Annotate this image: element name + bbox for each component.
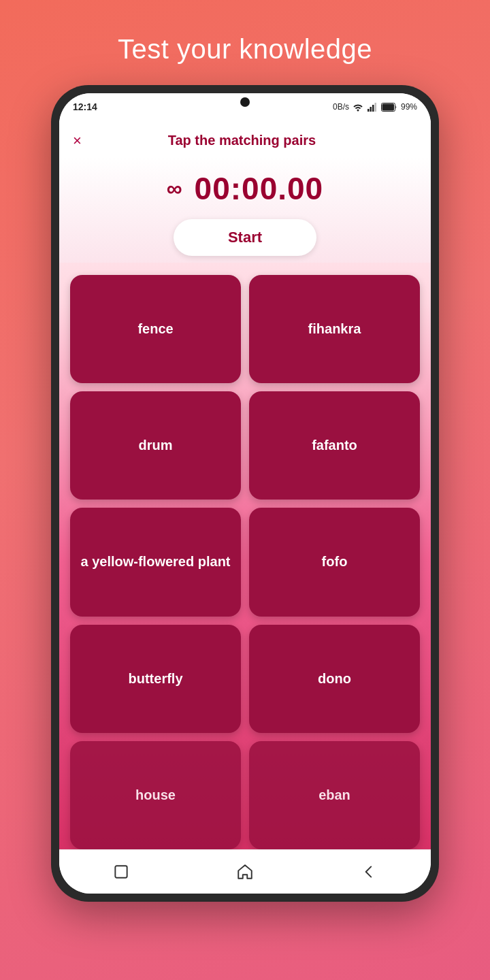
close-button[interactable]: × [73, 133, 82, 148]
signal-icon [367, 102, 378, 112]
phone-screen: 12:14 0B/s 99% [59, 93, 431, 894]
svg-rect-2 [372, 105, 374, 112]
word-grid: fencefihankradrumfafantoa yellow-flowere… [59, 263, 431, 849]
nav-home-button[interactable] [235, 862, 255, 881]
svg-rect-3 [374, 103, 376, 112]
word-card-9[interactable]: house [70, 741, 241, 849]
status-icons: 0B/s 99% [333, 102, 417, 112]
timer-area: ∞ 00:00.00 Start [59, 157, 431, 263]
timer-row: ∞ 00:00.00 [167, 170, 323, 207]
phone-frame: 12:14 0B/s 99% [51, 85, 439, 902]
word-card-3[interactable]: drum [70, 391, 241, 500]
timer-display: 00:00.00 [195, 170, 324, 207]
word-card-2[interactable]: fihankra [249, 275, 420, 383]
word-card-5[interactable]: a yellow-flowered plant [70, 508, 241, 616]
infinity-icon: ∞ [167, 176, 182, 201]
app-header: × Tap the matching pairs [59, 120, 431, 157]
bottom-nav [59, 849, 431, 894]
home-icon [236, 863, 254, 881]
svg-rect-0 [368, 109, 370, 112]
word-card-4[interactable]: fafanto [249, 391, 420, 500]
start-button[interactable]: Start [174, 219, 316, 256]
word-card-7[interactable]: butterfly [70, 625, 241, 733]
nav-square-button[interactable] [112, 862, 131, 881]
network-speed: 0B/s [333, 102, 349, 112]
square-icon [112, 863, 130, 881]
word-card-6[interactable]: fofo [249, 508, 420, 616]
header-title: Tap the matching pairs [82, 133, 402, 148]
word-card-1[interactable]: fence [70, 275, 241, 383]
status-time: 12:14 [73, 101, 97, 112]
back-icon [360, 863, 378, 881]
battery-icon [381, 103, 397, 112]
wifi-icon [353, 102, 363, 112]
svg-rect-6 [115, 866, 127, 877]
app-content: × Tap the matching pairs ∞ 00:00.00 Star… [59, 120, 431, 849]
battery-percent: 99% [401, 102, 417, 112]
page-title: Test your knowledge [118, 34, 372, 65]
word-card-8[interactable]: dono [249, 625, 420, 733]
svg-rect-1 [370, 107, 372, 112]
svg-rect-5 [382, 103, 394, 110]
word-card-10[interactable]: eban [249, 741, 420, 849]
camera-notch [240, 97, 250, 107]
nav-back-button[interactable] [359, 862, 378, 881]
